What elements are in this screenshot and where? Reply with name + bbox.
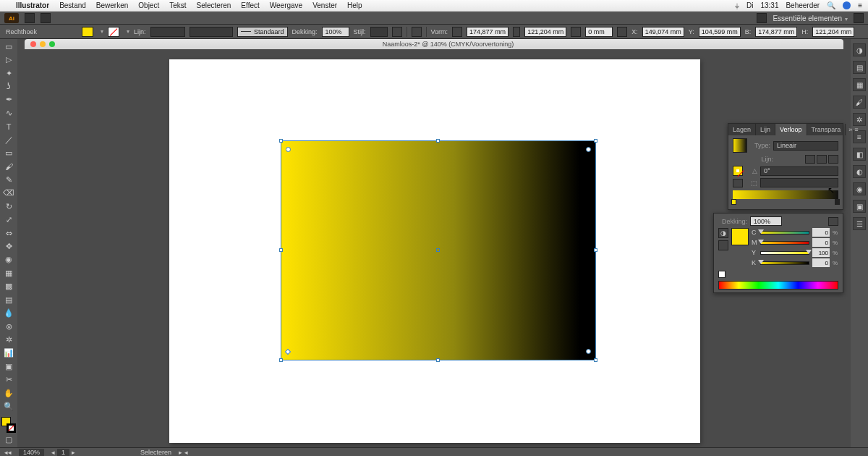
artboard[interactable] [169,59,700,443]
stroke-grad-btn-2[interactable] [817,155,827,164]
gradient-annotator[interactable] [285,349,291,355]
opacity-field[interactable]: 100% [322,27,349,37]
swatches-panel-icon[interactable]: ▦ [853,78,866,91]
brushes-panel-icon[interactable]: 🖌 [853,96,866,109]
tab-gradient[interactable]: Verloop [775,124,807,135]
m-slider[interactable] [760,241,809,245]
spotlight-icon[interactable]: 🔍 [827,1,835,9]
stroke-color-icon[interactable] [7,423,16,433]
stop-opacity-field[interactable]: 100% [750,216,782,226]
stroke-grad-btn-3[interactable] [828,155,838,164]
ref-point-icon[interactable] [617,27,627,37]
type-tool[interactable]: T [1,121,16,132]
mesh-tool[interactable]: ▩ [1,281,16,292]
menu-edit[interactable]: Bewerken [96,1,128,9]
panel-menu-icon[interactable]: »≡ [846,124,861,135]
x-field[interactable]: 149,074 mm [642,27,684,37]
stroke-dash-field[interactable] [190,27,233,37]
gradient-stop-start[interactable] [731,199,736,205]
nav-prev-icon[interactable]: ◂◂ [4,449,12,456]
scroll-left-icon[interactable]: ▸ ◂ [179,449,188,456]
c-value[interactable]: 0 [812,228,830,237]
current-color-swatch[interactable] [731,228,749,245]
gradient-type-dropdown[interactable]: Lineair [773,141,838,151]
link-wh-icon[interactable] [452,27,462,37]
perspective-tool[interactable]: ▦ [1,267,16,279]
angle-field[interactable]: 0° [760,166,838,176]
graph-tool[interactable]: 📊 [1,347,16,359]
tab-transparency[interactable]: Transpara [807,124,846,135]
eyedropper-tool[interactable]: 💧 [1,307,16,318]
search-icon[interactable] [854,13,864,23]
gradient-annotator[interactable] [586,349,591,354]
resize-handle[interactable] [594,358,597,362]
shape-height-field[interactable]: 121,204 mm [524,27,566,37]
curvature-tool[interactable]: ∿ [1,107,16,119]
c-slider[interactable] [760,231,809,235]
free-transform-tool[interactable]: ✥ [1,240,16,252]
gradient-ramp[interactable] [733,190,838,199]
menu-text[interactable]: Tekst [169,1,186,9]
hand-tool[interactable]: ✋ [1,387,16,399]
profile-field[interactable]: Standaard [237,27,288,37]
menu-object[interactable]: Object [138,1,159,9]
panel-collapse-icon[interactable] [828,217,838,226]
gradient-preview-swatch[interactable] [733,138,747,153]
resize-handle[interactable] [436,139,440,143]
fill-stroke-indicator[interactable] [1,417,16,433]
gradient-annotator[interactable] [586,147,591,152]
corner-radius-field[interactable]: 0 mm [585,27,613,37]
stroke-swatch[interactable] [108,27,119,37]
gradient-tool[interactable]: ▤ [1,294,16,305]
rectangle-tool[interactable]: ▭ [1,147,16,159]
selected-rectangle[interactable] [281,141,595,360]
y-value[interactable]: 100 [812,248,830,257]
slice-tool[interactable]: ✂ [1,374,16,386]
selection-tool[interactable]: ▭ [1,41,16,52]
screen-mode-tool[interactable]: ▢ [1,434,16,446]
bridge-icon[interactable] [25,13,35,23]
chain-icon[interactable] [513,27,520,37]
pen-tool[interactable]: ✒ [1,94,16,106]
menu-effect[interactable]: Effect [241,1,259,9]
line-tool[interactable]: ／ [1,134,16,145]
width-tool[interactable]: ⇔ [1,227,16,239]
direct-selection-tool[interactable]: ▷ [1,54,16,65]
reverse-gradient-icon[interactable] [733,179,743,187]
app-menu[interactable]: Illustrator [16,1,49,9]
artboard-number-field[interactable]: 1 [57,449,69,456]
style-field[interactable] [370,27,388,37]
tab-stroke[interactable]: Lijn [756,124,775,135]
color-guide-panel-icon[interactable]: ▤ [853,61,866,74]
menu-window[interactable]: Venster [312,1,337,9]
menu-select[interactable]: Selecteren [197,1,231,9]
gradient-annotator[interactable] [286,147,291,152]
lasso-tool[interactable]: ʖ [1,80,16,92]
resize-handle[interactable] [279,139,283,143]
cc-icon[interactable] [843,1,851,9]
color-model-icon[interactable]: ◑ [718,228,728,238]
graphic-styles-panel-icon[interactable]: ▣ [853,200,866,213]
wifi-icon[interactable]: ⏚ [735,1,739,9]
magic-wand-tool[interactable]: ✦ [1,67,16,79]
gradient-fill-swatch[interactable] [733,166,743,176]
h2-field[interactable]: 121,204 mm [812,27,854,37]
scale-tool[interactable]: ⤢ [1,214,16,225]
workspace-switcher[interactable]: Essentiële elementen▾ [773,14,848,22]
close-window-icon[interactable] [30,41,36,47]
transparency-panel-icon[interactable]: ◐ [853,165,866,178]
aspect-field[interactable] [760,178,838,187]
b-field[interactable]: 174,877 mm [755,27,797,37]
color-options-icon[interactable] [718,240,728,250]
resize-handle[interactable] [594,248,597,252]
recolor-icon[interactable] [392,27,402,37]
arrange-docs-icon[interactable] [41,13,51,23]
artboard-prev-icon[interactable]: ◂ [51,449,55,456]
color-panel-icon[interactable]: ◑ [853,43,866,56]
gradient-panel-icon[interactable]: ◧ [853,148,866,161]
shape-builder-tool[interactable]: ◉ [1,254,16,266]
layers-panel-icon[interactable]: ☰ [853,217,866,230]
sync-icon[interactable] [757,13,767,23]
zoom-tool[interactable]: 🔍 [1,400,16,412]
rotate-tool[interactable]: ↻ [1,200,16,212]
